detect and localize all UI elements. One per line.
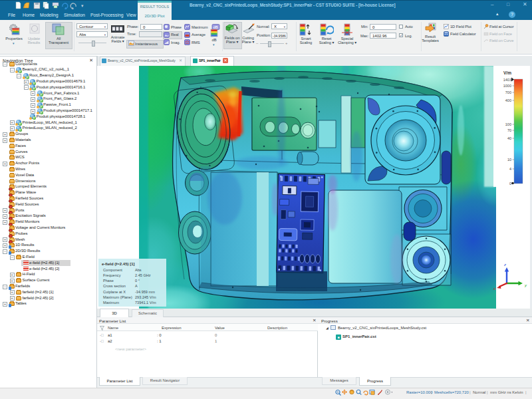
- svg-text:0: 0: [509, 182, 511, 186]
- svg-text:70: 70: [507, 128, 511, 132]
- svg-text:Maximum: Maximum: [103, 301, 120, 305]
- svg-text:2.45 GHz: 2.45 GHz: [135, 273, 151, 277]
- svg-text:V/m: V/m: [503, 70, 511, 75]
- svg-text:293.245 V/m: 293.245 V/m: [135, 295, 156, 299]
- svg-text:1000: 1000: [503, 84, 511, 88]
- svg-text:Cutplane at X: Cutplane at X: [103, 290, 126, 294]
- svg-text:0 °: 0 °: [135, 279, 140, 283]
- svg-text:4: 4: [509, 167, 511, 171]
- svg-text:40: 40: [507, 136, 511, 140]
- svg-text:e-field (f=2.45) [1]: e-field (f=2.45) [1]: [102, 262, 135, 266]
- svg-text:73941.1 V/m: 73941.1 V/m: [135, 301, 156, 305]
- svg-text:-34.959 mm: -34.959 mm: [135, 290, 155, 294]
- svg-text:Frequency: Frequency: [103, 273, 121, 277]
- svg-text:700: 700: [505, 90, 511, 94]
- svg-text:Phase: Phase: [103, 279, 114, 283]
- svg-text:1403: 1403: [503, 78, 511, 82]
- svg-text:400: 400: [505, 98, 511, 102]
- svg-text:100: 100: [505, 122, 511, 126]
- svg-text:▾: ▾: [81, 3, 84, 8]
- svg-text:z: z: [503, 263, 506, 267]
- svg-text:dB: dB: [213, 25, 218, 29]
- svg-text:A: A: [135, 284, 138, 288]
- svg-text:Abs: Abs: [135, 268, 142, 272]
- svg-text:Component: Component: [103, 268, 122, 272]
- svg-text:Maximum (Plane): Maximum (Plane): [103, 295, 132, 299]
- svg-text:10: 10: [507, 158, 511, 162]
- svg-text:Cross section: Cross section: [103, 284, 126, 288]
